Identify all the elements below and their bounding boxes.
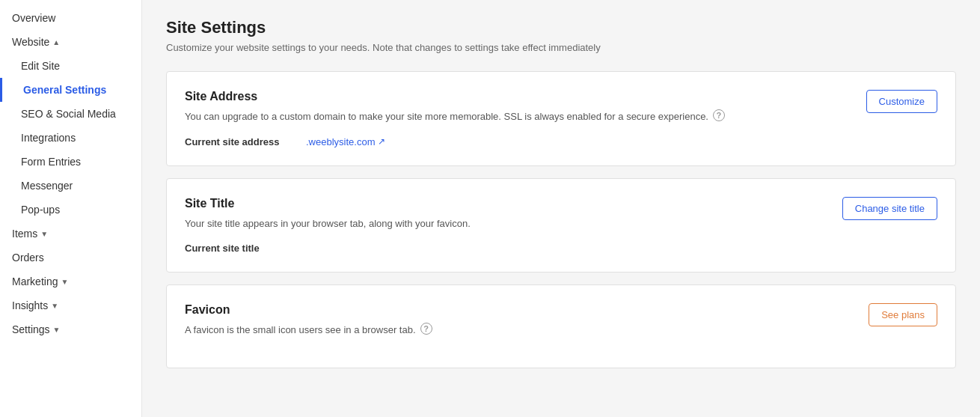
sidebar-item-settings[interactable]: Settings ▼ xyxy=(0,317,141,341)
site-address-action-container: Customize xyxy=(866,90,937,113)
site-address-title: Site Address xyxy=(185,90,937,103)
site-title-desc-row: Your site title appears in your browser … xyxy=(185,216,937,231)
sidebar-item-general-settings[interactable]: General Settings xyxy=(0,78,141,102)
sidebar-item-orders[interactable]: Orders xyxy=(0,246,141,270)
site-address-help-icon[interactable]: ? xyxy=(713,109,725,121)
sidebar-item-label: Settings xyxy=(12,323,50,335)
chevron-icon: ▼ xyxy=(61,278,68,286)
sidebar-item-insights[interactable]: Insights ▼ xyxy=(0,293,141,317)
card-site-address: Site AddressYou can upgrade to a custom … xyxy=(166,71,956,166)
sidebar: OverviewWebsite ▲Edit SiteGeneral Settin… xyxy=(0,0,142,417)
site-title-action-container: Change site title xyxy=(842,197,937,220)
sidebar-item-marketing[interactable]: Marketing ▼ xyxy=(0,270,141,293)
chevron-icon: ▼ xyxy=(53,326,61,334)
chevron-icon: ▼ xyxy=(51,302,58,310)
sidebar-item-label: Orders xyxy=(12,252,44,264)
sidebar-item-label: SEO & Social Media xyxy=(21,108,116,120)
favicon-action-container: See plans xyxy=(869,303,937,326)
site-title-field-row: Current site title xyxy=(185,243,937,254)
site-title-title: Site Title xyxy=(185,197,937,210)
sidebar-item-label: Messenger xyxy=(21,180,73,192)
site-address-description: You can upgrade to a custom domain to ma… xyxy=(185,109,708,124)
sidebar-item-label: Edit Site xyxy=(21,60,60,72)
sidebar-item-items[interactable]: Items ▼ xyxy=(0,222,141,246)
sidebar-item-label: Insights xyxy=(12,299,48,311)
external-link-icon: ↗ xyxy=(378,136,385,147)
favicon-action-button[interactable]: See plans xyxy=(869,303,937,326)
page-subtitle: Customize your website settings to your … xyxy=(166,42,956,53)
favicon-desc-row: A favicon is the small icon users see in… xyxy=(185,323,937,338)
site-address-action-button[interactable]: Customize xyxy=(866,90,937,113)
sidebar-item-label: Pop-ups xyxy=(21,204,60,216)
favicon-help-icon[interactable]: ? xyxy=(420,323,432,335)
main-content: Site Settings Customize your website set… xyxy=(142,0,980,417)
chevron-icon: ▼ xyxy=(40,230,48,238)
sidebar-item-pop-ups[interactable]: Pop-ups xyxy=(0,198,141,222)
sidebar-item-label: Marketing xyxy=(12,276,58,287)
sidebar-item-integrations[interactable]: Integrations xyxy=(0,126,141,150)
chevron-icon: ▲ xyxy=(52,38,60,46)
sidebar-item-label: Integrations xyxy=(21,132,76,144)
site-address-desc-row: You can upgrade to a custom domain to ma… xyxy=(185,109,937,124)
sidebar-item-label: General Settings xyxy=(23,84,106,96)
sidebar-item-label: Items xyxy=(12,228,37,240)
site-title-description: Your site title appears in your browser … xyxy=(185,216,471,231)
sidebar-item-label: Website xyxy=(12,36,49,48)
site-address-field-row: Current site address.weeblysite.com↗ xyxy=(185,136,937,147)
sidebar-item-website[interactable]: Website ▲ xyxy=(0,30,141,54)
sidebar-item-label: Overview xyxy=(12,12,55,24)
sidebar-item-edit-site[interactable]: Edit Site xyxy=(0,54,141,78)
cards-container: Site AddressYou can upgrade to a custom … xyxy=(166,71,956,368)
card-favicon: FaviconA favicon is the small icon users… xyxy=(166,284,956,368)
sidebar-item-seo-social[interactable]: SEO & Social Media xyxy=(0,102,141,126)
site-title-action-button[interactable]: Change site title xyxy=(842,197,937,220)
page-title: Site Settings xyxy=(166,18,956,37)
sidebar-item-form-entries[interactable]: Form Entries xyxy=(0,150,141,174)
card-site-title: Site TitleYour site title appears in you… xyxy=(166,178,956,273)
favicon-description: A favicon is the small icon users see in… xyxy=(185,323,416,338)
favicon-title: Favicon xyxy=(185,303,937,317)
sidebar-item-label: Form Entries xyxy=(21,156,81,168)
sidebar-item-messenger[interactable]: Messenger xyxy=(0,174,141,198)
sidebar-item-overview[interactable]: Overview xyxy=(0,6,141,30)
site-address-field-label: Current site address xyxy=(185,136,297,147)
site-address-field-value[interactable]: .weeblysite.com↗ xyxy=(306,136,385,147)
site-title-field-label: Current site title xyxy=(185,243,297,254)
